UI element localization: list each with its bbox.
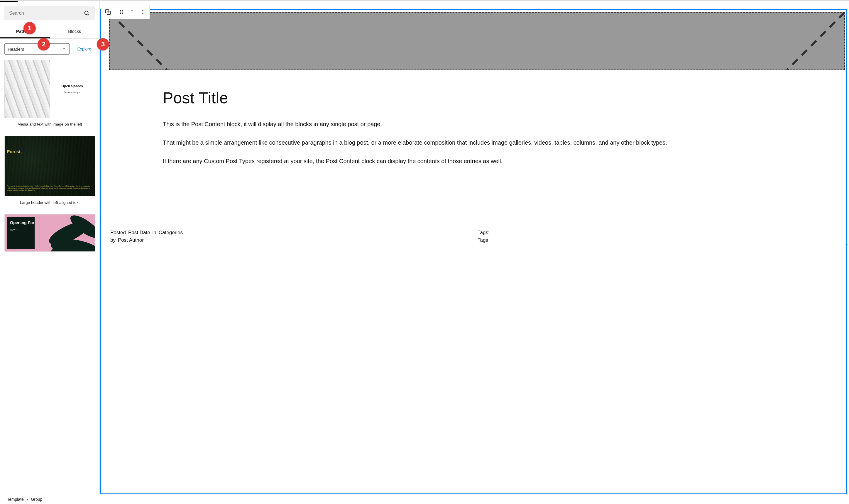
explore-button[interactable]: Explore <box>74 44 95 54</box>
inserter-tabs: Patterns Blocks <box>0 25 100 39</box>
by-label: by <box>110 237 115 243</box>
pattern-preview-title: Forest. <box>7 149 22 154</box>
svg-point-14 <box>122 13 123 14</box>
post-content-paragraph[interactable]: That might be a simple arrangement like … <box>163 138 793 147</box>
pattern-item: Open Spaces See case study ↗ Media and t… <box>4 60 95 130</box>
annotation-badge-3: 3 <box>97 38 109 51</box>
pattern-preview-subtitle: RSVP → <box>10 229 38 231</box>
pattern-preview-title: Open Spaces <box>61 84 83 88</box>
in-label: in <box>152 230 156 236</box>
svg-line-1 <box>88 14 89 15</box>
tags-label: Tags: <box>477 230 490 236</box>
pattern-preview-text: Open Spaces See case study ↗ <box>50 60 95 118</box>
search-box[interactable] <box>4 6 95 20</box>
drag-handle[interactable] <box>115 5 128 19</box>
pattern-preview-title: Opening Party <box>10 220 38 225</box>
post-meta-row: Tags <box>477 237 845 243</box>
pattern-label: Media and text with image on the left <box>4 118 95 130</box>
post-meta-left: Posted Post Date in Categories by Post A… <box>110 230 477 245</box>
block-type-button[interactable] <box>101 5 115 19</box>
block-toolbar <box>101 5 150 19</box>
post-author-block[interactable]: Post Author <box>118 237 144 243</box>
search-icon <box>83 10 90 17</box>
breadcrumb: Template › Group <box>0 494 849 504</box>
separator <box>109 220 845 220</box>
breadcrumb-current[interactable]: Group <box>31 497 42 502</box>
svg-point-10 <box>122 10 123 11</box>
post-date-block[interactable]: Post Date <box>128 230 150 236</box>
block-movers <box>128 5 136 19</box>
pattern-preview-large-header[interactable]: Forest. From a child-sized tree stands t… <box>4 136 95 196</box>
post-content-paragraph[interactable]: If there are any Custom Post Types regis… <box>163 157 793 166</box>
pattern-label: Large header with left-aligned text <box>4 196 95 209</box>
annotation-badge-2: 2 <box>38 38 50 51</box>
pattern-item: Forest. From a child-sized tree stands t… <box>4 136 95 209</box>
post-content-paragraph[interactable]: This is the Post Content block, it will … <box>163 120 793 129</box>
pattern-preview-subtitle: See case study ↗ <box>64 91 80 94</box>
block-selection-outline <box>100 9 847 494</box>
tags-block[interactable]: Tags <box>477 237 488 243</box>
svg-point-17 <box>143 13 143 14</box>
pattern-preview-image <box>5 60 50 118</box>
scroll-indicator <box>846 245 848 245</box>
post-meta-row: Posted Post Date in Categories <box>110 230 477 236</box>
search-input[interactable] <box>9 11 83 16</box>
editor-canvas[interactable]: Post Title This is the Post Content bloc… <box>100 1 849 504</box>
post-meta-right: Tags: Tags <box>477 230 845 245</box>
pattern-category-value: Headers <box>7 47 24 52</box>
app-root: Patterns Blocks Headers Explore Open Spa… <box>0 0 849 504</box>
block-options-button[interactable] <box>136 5 150 19</box>
move-up-button[interactable] <box>130 9 134 12</box>
post-meta: Posted Post Date in Categories by Post A… <box>110 230 845 245</box>
post-meta-row: Tags: <box>477 230 845 236</box>
pattern-preview-media-text[interactable]: Open Spaces See case study ↗ <box>4 60 95 118</box>
posted-label: Posted <box>110 230 126 236</box>
image-placeholder-block[interactable] <box>109 12 845 70</box>
post-meta-row: by Post Author <box>110 237 477 243</box>
annotation-badge-1: 1 <box>23 22 36 34</box>
pattern-preview-body: From a child-sized tree stands the fores… <box>7 185 92 191</box>
chevron-down-icon <box>61 46 66 52</box>
inserter-sidebar: Patterns Blocks Headers Explore Open Spa… <box>0 1 100 504</box>
svg-point-11 <box>120 12 121 12</box>
post-title[interactable]: Post Title <box>163 89 793 107</box>
svg-point-12 <box>122 12 123 12</box>
post-content-block: Post Title This is the Post Content bloc… <box>163 89 793 175</box>
svg-point-15 <box>143 10 143 11</box>
breadcrumb-root[interactable]: Template <box>7 497 24 502</box>
pattern-preview-opening-party[interactable]: Opening Party RSVP → <box>4 214 95 252</box>
patterns-list[interactable]: Open Spaces See case study ↗ Media and t… <box>0 60 100 504</box>
svg-point-9 <box>120 10 121 11</box>
svg-line-19 <box>110 13 844 70</box>
pattern-item: Opening Party RSVP → <box>4 214 95 252</box>
svg-point-13 <box>120 13 121 14</box>
pattern-preview-plant-image <box>35 214 95 252</box>
pattern-category-select[interactable]: Headers <box>4 43 70 55</box>
placeholder-diagonals <box>110 13 844 70</box>
svg-point-16 <box>143 12 143 13</box>
pattern-filter-row: Headers Explore <box>0 39 100 60</box>
chevron-right-icon: › <box>27 497 28 502</box>
tab-blocks[interactable]: Blocks <box>50 25 100 38</box>
svg-line-18 <box>110 13 844 70</box>
post-categories-block[interactable]: Categories <box>159 230 183 236</box>
svg-point-0 <box>85 11 88 15</box>
move-down-button[interactable] <box>130 13 134 16</box>
